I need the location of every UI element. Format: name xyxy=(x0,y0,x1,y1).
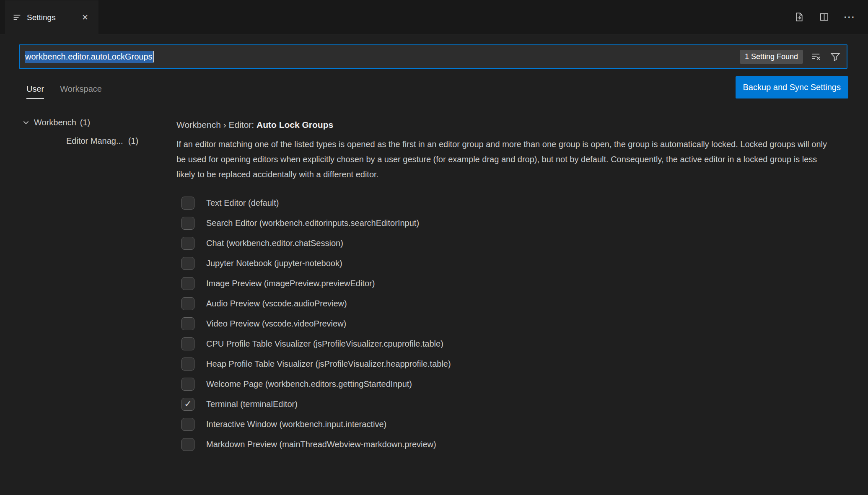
setting-option-row[interactable]: ✓ Terminal (terminalEditor) xyxy=(176,394,837,414)
setting-option-row[interactable]: ✓ Search Editor (workbench.editorinputs.… xyxy=(176,213,837,233)
setting-detail: Workbench › Editor: Auto Lock Groups If … xyxy=(144,99,868,495)
option-label: Welcome Page (workbench.editors.gettingS… xyxy=(206,379,412,389)
settings-search-input[interactable]: workbench.editor.autoLockGroups 1 Settin… xyxy=(19,44,847,69)
settings-toc: Workbench (1) Editor Manag... (1) xyxy=(0,99,144,495)
option-checkbox[interactable]: ✓ xyxy=(181,358,194,371)
split-editor-icon[interactable] xyxy=(818,11,830,23)
setting-option-row[interactable]: ✓ Heap Profile Table Visualizer (jsProfi… xyxy=(176,354,837,374)
search-controls: 1 Setting Found xyxy=(740,50,842,64)
toc-count: (1) xyxy=(80,118,90,127)
setting-option-row[interactable]: ✓ Image Preview (imagePreview.previewEdi… xyxy=(176,273,837,293)
scope-tabs: User Workspace xyxy=(26,84,102,99)
results-count-badge: 1 Setting Found xyxy=(740,50,803,64)
toc-item-editor-management[interactable]: Editor Manag... (1) xyxy=(0,132,144,150)
editor-actions: ⋯ xyxy=(793,0,868,34)
search-text: workbench.editor.autoLockGroups xyxy=(25,51,154,63)
tab-workspace[interactable]: Workspace xyxy=(60,84,102,99)
filter-icon[interactable] xyxy=(829,50,842,63)
ellipsis-glyph: ⋯ xyxy=(843,11,855,23)
option-checkbox[interactable]: ✓ xyxy=(181,317,194,330)
option-checkbox[interactable]: ✓ xyxy=(181,277,194,290)
checkmark-icon: ✓ xyxy=(184,399,192,409)
toc-count: (1) xyxy=(128,136,138,146)
option-label: Jupyter Notebook (jupyter-notebook) xyxy=(206,259,342,268)
settings-editor-icon xyxy=(13,13,21,22)
open-settings-json-icon[interactable] xyxy=(793,11,805,23)
option-label: Image Preview (imagePreview.previewEdito… xyxy=(206,279,375,288)
option-label: Heap Profile Table Visualizer (jsProfile… xyxy=(206,359,451,369)
tab-user[interactable]: User xyxy=(26,84,44,99)
setting-options-list: ✓ Text Editor (default) ✓ Search Editor … xyxy=(176,193,837,454)
close-tab-icon[interactable]: ✕ xyxy=(79,12,91,23)
toc-label: Editor Manag... xyxy=(66,136,123,146)
setting-category: Workbench › Editor: xyxy=(176,120,257,130)
settings-content: Workbench (1) Editor Manag... (1) Workbe… xyxy=(0,99,868,495)
option-label: Terminal (terminalEditor) xyxy=(206,399,298,409)
option-checkbox[interactable]: ✓ xyxy=(181,197,194,210)
setting-option-row[interactable]: ✓ Video Preview (vscode.videoPreview) xyxy=(176,314,837,334)
setting-option-row[interactable]: ✓ Markdown Preview (mainThreadWebview-ma… xyxy=(176,434,837,454)
chevron-down-icon[interactable] xyxy=(22,118,30,127)
setting-description: If an editor matching one of the listed … xyxy=(176,137,837,182)
text-caret xyxy=(153,51,154,62)
option-checkbox[interactable]: ✓ xyxy=(181,438,194,451)
setting-title: Workbench › Editor: Auto Lock Groups xyxy=(176,120,868,130)
option-label: Interactive Window (workbench.input.inte… xyxy=(206,420,386,429)
setting-option-row[interactable]: ✓ Welcome Page (workbench.editors.gettin… xyxy=(176,374,837,394)
option-label: CPU Profile Table Visualizer (jsProfileV… xyxy=(206,339,443,349)
setting-option-row[interactable]: ✓ CPU Profile Table Visualizer (jsProfil… xyxy=(176,334,837,354)
setting-option-row[interactable]: ✓ Audio Preview (vscode.audioPreview) xyxy=(176,293,837,314)
toc-item-workbench[interactable]: Workbench (1) xyxy=(0,113,144,132)
toc-label: Workbench xyxy=(34,118,76,127)
tab-title: Settings xyxy=(27,13,56,22)
more-actions-icon[interactable]: ⋯ xyxy=(843,11,855,23)
option-checkbox[interactable]: ✓ xyxy=(181,418,194,431)
option-checkbox[interactable]: ✓ xyxy=(181,237,194,250)
setting-option-row[interactable]: ✓ Jupyter Notebook (jupyter-notebook) xyxy=(176,253,837,273)
tab-settings[interactable]: Settings ✕ xyxy=(5,0,98,34)
settings-editor: workbench.editor.autoLockGroups 1 Settin… xyxy=(0,34,868,495)
option-checkbox[interactable]: ✓ xyxy=(181,378,194,391)
option-label: Text Editor (default) xyxy=(206,198,279,208)
clear-search-input-icon[interactable] xyxy=(810,50,822,63)
option-checkbox[interactable]: ✓ xyxy=(181,217,194,230)
option-label: Search Editor (workbench.editorinputs.se… xyxy=(206,218,419,228)
option-label: Audio Preview (vscode.audioPreview) xyxy=(206,299,347,308)
option-checkbox[interactable]: ✓ xyxy=(181,398,194,411)
backup-sync-settings-button[interactable]: Backup and Sync Settings xyxy=(736,76,848,98)
setting-option-row[interactable]: ✓ Chat (workbench.editor.chatSession) xyxy=(176,233,837,253)
search-row: workbench.editor.autoLockGroups 1 Settin… xyxy=(0,34,868,69)
option-checkbox[interactable]: ✓ xyxy=(181,337,194,350)
option-checkbox[interactable]: ✓ xyxy=(181,257,194,270)
setting-name: Auto Lock Groups xyxy=(257,120,333,130)
search-value-selected: workbench.editor.autoLockGroups xyxy=(25,51,153,63)
option-label: Video Preview (vscode.videoPreview) xyxy=(206,319,346,329)
option-label: Chat (workbench.editor.chatSession) xyxy=(206,238,343,248)
setting-option-row[interactable]: ✓ Text Editor (default) xyxy=(176,193,837,213)
option-label: Markdown Preview (mainThreadWebview-mark… xyxy=(206,440,436,449)
option-checkbox[interactable]: ✓ xyxy=(181,297,194,310)
setting-option-row[interactable]: ✓ Interactive Window (workbench.input.in… xyxy=(176,414,837,434)
settings-header: User Workspace Backup and Sync Settings xyxy=(0,75,868,99)
editor-tab-bar: Settings ✕ ⋯ xyxy=(0,0,868,34)
